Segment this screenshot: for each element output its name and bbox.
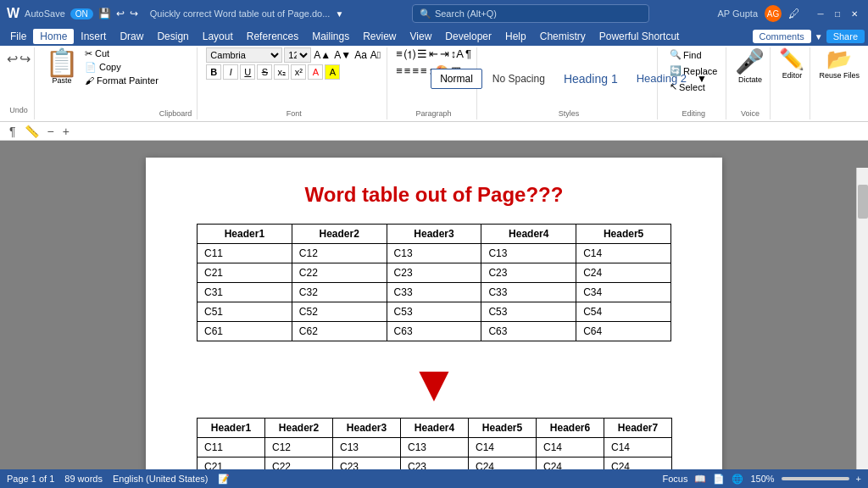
menu-developer[interactable]: Developer	[438, 29, 498, 44]
underline-button[interactable]: U	[240, 64, 255, 80]
search-box[interactable]: 🔍 Search (Alt+Q)	[412, 4, 649, 23]
ruler-button[interactable]: 📏	[22, 124, 42, 139]
numbering-button[interactable]: ⑴	[404, 47, 415, 63]
dropdown-icon[interactable]: ▼	[335, 9, 343, 19]
table-cell: C64	[576, 322, 671, 341]
table-row: C61C62C63C63C64	[198, 322, 671, 341]
title-bar-center: 🔍 Search (Alt+Q)	[343, 4, 717, 23]
replace-button[interactable]: 🔄 Replace	[666, 64, 721, 78]
bold-button[interactable]: B	[206, 64, 221, 80]
menu-references[interactable]: References	[240, 29, 305, 44]
align-left-button[interactable]: ≡	[396, 64, 403, 77]
menu-draw[interactable]: Draw	[113, 29, 150, 44]
subscript-button[interactable]: x₂	[274, 64, 289, 80]
zoom-in-button[interactable]: +	[856, 474, 861, 484]
minimize-button[interactable]: ─	[814, 7, 827, 20]
menu-view[interactable]: View	[403, 29, 439, 44]
close-button[interactable]: ✕	[848, 7, 861, 20]
save-icon[interactable]: 💾	[98, 8, 111, 19]
bullets-button[interactable]: ≡	[396, 47, 403, 63]
undo-button[interactable]: ↩	[7, 51, 18, 67]
autosave-toggle[interactable]: ON	[70, 8, 93, 19]
zoom-out-button[interactable]: −	[45, 124, 57, 139]
focus-button[interactable]: Focus	[662, 474, 687, 484]
redo-icon[interactable]: ↪	[130, 8, 138, 19]
menu-chemistry[interactable]: Chemistry	[533, 29, 593, 44]
table-2-col-7-header: Header7	[604, 419, 672, 438]
decrease-font-button[interactable]: A▼	[333, 48, 352, 62]
dictate-icon: 🎤	[735, 47, 765, 75]
select-icon: ↖	[670, 81, 677, 92]
table-cell: C21	[198, 458, 265, 470]
page-count: Page 1 of 1	[7, 474, 54, 484]
increase-font-button[interactable]: A▲	[313, 48, 331, 62]
comments-button[interactable]: Comments	[753, 30, 811, 43]
menu-insert[interactable]: Insert	[74, 29, 113, 44]
menu-review[interactable]: Review	[356, 29, 403, 44]
table-cell: C61	[198, 322, 292, 341]
paste-button[interactable]: 📋 Paste	[43, 47, 81, 86]
zoom-in-button[interactable]: +	[60, 124, 72, 139]
title-bar-left: W AutoSave ON 💾 ↩ ↪ Quickly correct Word…	[7, 6, 343, 21]
table-cell: C13	[333, 438, 401, 458]
clear-format-button[interactable]: A⃝	[370, 48, 381, 62]
view-layout-button[interactable]: 📄	[713, 474, 725, 485]
reuse-files-label-text: Reuse Files	[819, 71, 860, 80]
ribbon: ↩ ↪ Undo 📋 Paste ✂ Cut 📄 Copy 🖌 Format P…	[0, 46, 868, 122]
menu-powerful-shortcut[interactable]: Powerful Shortcut	[593, 29, 687, 44]
view-web-button[interactable]: 🌐	[732, 474, 743, 485]
format-painter-button[interactable]: 🖌 Format Painter	[84, 75, 159, 86]
justify-button[interactable]: ≡	[420, 64, 427, 77]
align-right-button[interactable]: ≡	[412, 64, 419, 77]
multilevel-button[interactable]: ☰	[417, 47, 427, 63]
zoom-slider[interactable]	[782, 477, 849, 480]
voice-label: Voice	[741, 109, 760, 119]
view-read-button[interactable]: 📖	[694, 474, 706, 485]
superscript-button[interactable]: x²	[291, 64, 306, 80]
font-selector[interactable]: Cambria	[206, 47, 282, 63]
find-icon: 🔍	[670, 49, 682, 60]
change-case-button[interactable]: Aa	[353, 48, 368, 62]
replace-icon: 🔄	[670, 65, 682, 76]
highlight-button[interactable]: A	[325, 64, 340, 80]
table-2[interactable]: Header1 Header2 Header3 Header4 Header5 …	[197, 418, 672, 469]
restore-button[interactable]: □	[831, 7, 844, 20]
format-marks-button[interactable]: ¶	[7, 124, 19, 139]
table-cell: C24	[604, 458, 672, 470]
scrollbar-track[interactable]	[856, 168, 868, 469]
menu-design[interactable]: Design	[150, 29, 195, 44]
ribbon-icon[interactable]: 🖊	[788, 7, 800, 20]
menu-file[interactable]: File	[3, 29, 33, 44]
table-2-header-row: Header1 Header2 Header3 Header4 Header5 …	[198, 419, 672, 438]
table-cell: C23	[481, 263, 576, 283]
share-button[interactable]: Share	[826, 30, 865, 43]
strikethrough-button[interactable]: S	[257, 64, 272, 80]
undo-icon[interactable]: ↩	[116, 8, 125, 19]
copy-button[interactable]: 📄 Copy	[84, 61, 159, 74]
menu-help[interactable]: Help	[498, 29, 533, 44]
down-arrow-icon: ▼	[197, 358, 671, 409]
table-cell: C13	[481, 244, 576, 263]
font-color-button[interactable]: A	[308, 64, 323, 80]
align-center-button[interactable]: ≡	[404, 64, 411, 77]
menu-home[interactable]: Home	[33, 29, 74, 44]
comments-dropdown[interactable]: ▼	[815, 32, 823, 42]
window-controls: ─ □ ✕	[814, 7, 861, 20]
font-row-2: B I U S x₂ x² A A	[206, 64, 381, 80]
style-normal[interactable]: Normal	[431, 69, 482, 89]
font-size-selector[interactable]: 12	[284, 47, 311, 63]
find-button[interactable]: 🔍 Find	[666, 47, 721, 62]
table-cell: C13	[387, 244, 481, 263]
undo-redo-row: ↩ ↪	[7, 51, 31, 67]
redo-button[interactable]: ↪	[19, 51, 31, 67]
select-button[interactable]: ↖ Select	[666, 80, 721, 94]
style-no-spacing[interactable]: No Spacing	[484, 69, 554, 88]
table-cell: C52	[292, 302, 387, 322]
table-1[interactable]: Header1 Header2 Header3 Header4 Header5 …	[197, 224, 671, 341]
italic-button[interactable]: I	[223, 64, 238, 80]
menu-layout[interactable]: Layout	[196, 29, 240, 44]
menu-mailings[interactable]: Mailings	[305, 29, 356, 44]
cut-button[interactable]: ✂ Cut	[84, 47, 159, 60]
scrollbar-thumb[interactable]	[858, 185, 868, 219]
style-heading1[interactable]: Heading 1	[555, 69, 626, 89]
